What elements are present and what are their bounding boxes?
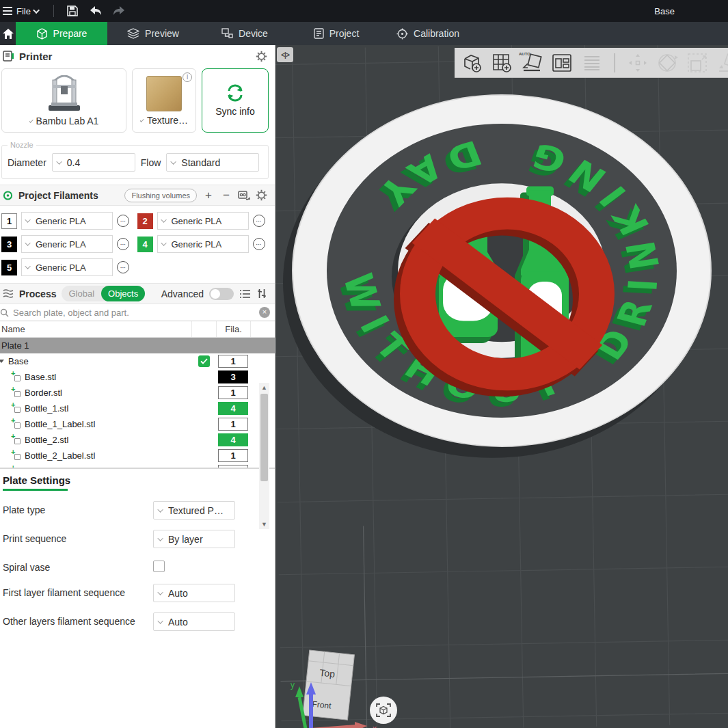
filament-5-select[interactable]: Generic PLA: [21, 258, 113, 276]
printer-icon: [3, 51, 14, 62]
scrollbar-thumb[interactable]: [260, 394, 268, 481]
flow-label: Flow: [141, 157, 161, 168]
info-icon[interactable]: i: [183, 72, 192, 82]
object-checkbox[interactable]: [198, 355, 210, 367]
tune-icon[interactable]: [256, 288, 267, 299]
nozzle-diameter-value: 0.4: [67, 157, 80, 168]
tab-calibration[interactable]: Calibration: [382, 22, 474, 45]
viewport-3d[interactable]: <|> AUTO: [275, 45, 728, 728]
tab-prepare[interactable]: Prepare: [16, 22, 107, 45]
part-fila-badge[interactable]: 1: [218, 386, 248, 399]
search-input[interactable]: [13, 308, 255, 318]
plate-type-select[interactable]: Textured P…: [153, 501, 235, 520]
remove-filament-button[interactable]: −: [220, 189, 232, 202]
filament-2-more-button[interactable]: ···: [253, 215, 265, 227]
part-name: Border.stl: [25, 388, 62, 398]
printer-card[interactable]: Bambu Lab A1: [1, 68, 126, 133]
chevron-down-icon: [171, 159, 176, 164]
scroll-up-icon[interactable]: ▲: [259, 383, 269, 392]
tree-row-part[interactable]: + Bottle_2.stl 4: [0, 432, 275, 448]
nozzle-diameter-select[interactable]: 0.4: [52, 153, 135, 172]
scope-global-button[interactable]: Global: [62, 288, 101, 299]
filament-4-more-button[interactable]: ···: [253, 238, 265, 250]
add-filament-button[interactable]: +: [202, 189, 215, 202]
home-icon: [3, 29, 14, 39]
sync-info-button[interactable]: Sync info: [202, 68, 269, 133]
gizmo-front-label[interactable]: Front: [312, 699, 332, 711]
part-icon: +: [11, 404, 21, 413]
tree-row-part[interactable]: + Inner Circle.stl 1: [0, 463, 275, 468]
filament-5-badge[interactable]: 5: [1, 260, 17, 275]
tree-row-plate[interactable]: Plate 1: [0, 338, 275, 353]
scope-objects-button[interactable]: Objects: [101, 286, 145, 301]
filament-settings-gear-icon[interactable]: [256, 189, 267, 201]
filament-1-badge[interactable]: 1: [1, 213, 17, 229]
plate-settings-section: Plate Settings Plate type Textured P… Pr…: [0, 468, 275, 631]
file-menu[interactable]: File: [0, 0, 46, 22]
flow-select[interactable]: Standard: [166, 153, 259, 172]
filament-3-name: Generic PLA: [36, 239, 86, 250]
part-fila-badge[interactable]: 1: [218, 465, 248, 468]
tree-scrollbar[interactable]: ▲ ▼: [259, 383, 269, 529]
flushing-volumes-button[interactable]: Flushing volumes: [124, 189, 197, 202]
printer-select[interactable]: Bambu Lab A1: [29, 116, 99, 126]
redo-button[interactable]: [107, 0, 131, 22]
filament-1-more-button[interactable]: ···: [117, 215, 129, 227]
tab-calibration-label: Calibration: [414, 28, 459, 39]
undo-icon: [89, 5, 103, 16]
part-fila-badge[interactable]: 1: [218, 418, 248, 431]
part-fila-badge[interactable]: 4: [218, 433, 248, 446]
column-name: Name: [0, 324, 191, 334]
tree-row-part[interactable]: + Border.stl 1: [0, 385, 275, 401]
filament-2-select[interactable]: Generic PLA: [157, 212, 249, 230]
plate-select[interactable]: Texture…: [140, 115, 188, 126]
printer-model-name: Bambu Lab A1: [36, 116, 99, 126]
part-fila-badge[interactable]: 4: [218, 402, 248, 415]
viewcube-button[interactable]: [370, 697, 397, 724]
filament-4-select[interactable]: Generic PLA: [157, 235, 249, 253]
save-button[interactable]: [61, 0, 84, 22]
search-bar: ×: [0, 304, 275, 321]
spiral-vase-checkbox[interactable]: [153, 561, 165, 572]
gizmo-top-label[interactable]: Top: [319, 667, 336, 679]
build-plate-card[interactable]: i Texture…: [132, 68, 196, 133]
model-badge[interactable]: WITHOUT DRINKING DAY WITHOUT DRINKING DA…: [275, 45, 728, 728]
chevron-down-icon: [29, 117, 33, 122]
other-layers-sequence-select[interactable]: Auto: [153, 612, 235, 631]
part-name: Base.stl: [25, 372, 56, 382]
tab-project[interactable]: Project: [291, 22, 382, 45]
object-table-header: Name Fila.: [0, 321, 275, 338]
advanced-toggle[interactable]: [209, 288, 234, 300]
object-fila-badge[interactable]: 1: [218, 355, 248, 368]
scroll-down-icon[interactable]: ▼: [259, 520, 269, 529]
tree-row-part[interactable]: + Bottle_1.stl 4: [0, 401, 275, 416]
home-button[interactable]: [0, 22, 16, 45]
filament-3-badge[interactable]: 3: [1, 237, 17, 252]
tab-preview[interactable]: Preview: [107, 22, 199, 45]
tab-device[interactable]: Device: [199, 22, 291, 45]
chevron-down-icon: [161, 240, 166, 245]
tree-row-part[interactable]: + Base.stl 3: [0, 369, 275, 385]
part-fila-badge[interactable]: 3: [218, 370, 248, 383]
undo-button[interactable]: [84, 0, 107, 22]
part-fila-badge[interactable]: 1: [218, 449, 248, 462]
filament-4-badge[interactable]: 4: [137, 237, 153, 252]
filament-3-select[interactable]: Generic PLA: [21, 235, 113, 253]
list-view-icon[interactable]: [239, 289, 251, 299]
filament-5-more-button[interactable]: ···: [117, 261, 129, 273]
filament-2-badge[interactable]: 2: [137, 213, 153, 229]
print-sequence-select[interactable]: By layer: [153, 530, 235, 548]
printer-settings-gear-icon[interactable]: [256, 51, 267, 62]
clear-search-icon[interactable]: ×: [259, 307, 270, 318]
tree-row-part[interactable]: + Bottle_2_Label.stl 1: [0, 448, 275, 463]
other-layers-sequence-label: Other layers filament sequence: [3, 612, 153, 628]
first-layer-sequence-select[interactable]: Auto: [153, 584, 235, 602]
expand-caret-icon[interactable]: [0, 360, 4, 363]
filament-1-select[interactable]: Generic PLA: [21, 212, 113, 230]
redo-icon: [112, 5, 126, 16]
tree-row-part[interactable]: + Bottle_1_Label.stl 1: [0, 416, 275, 432]
process-icon: [3, 288, 14, 299]
tree-row-object[interactable]: Base 1: [0, 353, 275, 369]
filament-3-more-button[interactable]: ···: [117, 238, 129, 250]
ams-icon[interactable]: [238, 190, 250, 201]
